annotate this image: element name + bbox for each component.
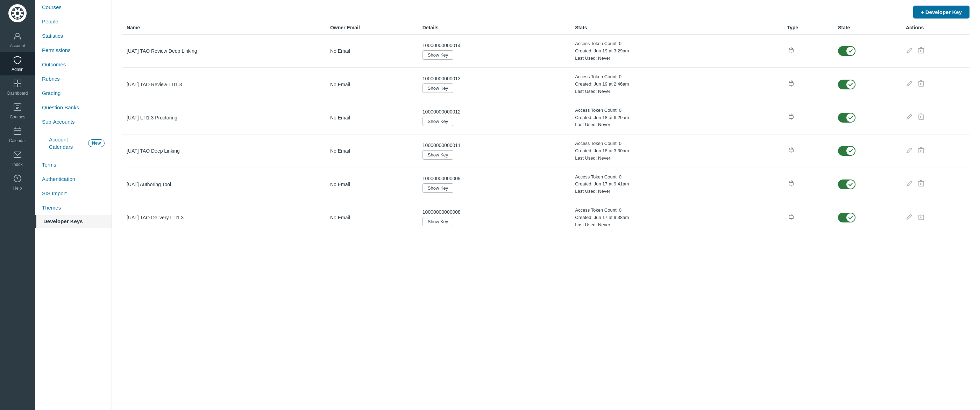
svg-rect-41 — [919, 82, 924, 86]
show-key-button-4[interactable]: Show Key — [423, 184, 453, 193]
key-id-1: 10000000000013 — [423, 76, 566, 81]
cell-name-3: [UAT] TAO Deep Linking — [123, 135, 326, 168]
state-toggle-0[interactable] — [838, 46, 856, 56]
dashboard-icon — [13, 79, 22, 89]
admin-label: Admin — [11, 67, 24, 72]
sidebar-link-terms[interactable]: Terms — [35, 158, 111, 172]
edit-icon-2[interactable] — [906, 113, 913, 122]
cell-details-3: 10000000000011 Show Key — [418, 135, 571, 168]
edit-icon-4[interactable] — [906, 180, 913, 188]
sidebar-link-sub-accounts[interactable]: Sub-Accounts — [35, 114, 111, 129]
toggle-knob-0 — [846, 47, 855, 55]
delete-icon-0[interactable] — [918, 47, 925, 55]
key-id-0: 10000000000014 — [423, 43, 566, 48]
cell-state-4 — [834, 168, 902, 201]
svg-point-2 — [16, 8, 19, 10]
svg-rect-12 — [18, 80, 21, 83]
edit-icon-1[interactable] — [906, 80, 913, 89]
sidebar-link-outcomes[interactable]: Outcomes — [35, 57, 111, 71]
cell-type-4 — [783, 168, 834, 201]
delete-icon-4[interactable] — [918, 180, 925, 188]
cell-stats-2: Access Token Count: 0Created: Jun 18 at … — [571, 101, 783, 134]
sidebar-item-help[interactable]: ? Help — [0, 171, 35, 194]
sidebar-link-grading[interactable]: Grading — [35, 86, 111, 100]
sidebar-link-themes[interactable]: Themes — [35, 201, 111, 215]
svg-rect-47 — [789, 116, 793, 119]
state-toggle-1[interactable] — [838, 80, 856, 89]
edit-icon-3[interactable] — [906, 147, 913, 155]
svg-point-9 — [13, 15, 15, 17]
sidebar-link-people[interactable]: People — [35, 14, 111, 28]
sidebar-link-sis-import[interactable]: SIS Import — [35, 186, 111, 201]
sidebar-active-developer-keys: Developer Keys — [35, 215, 111, 228]
show-key-button-0[interactable]: Show Key — [423, 50, 453, 60]
cell-name-0: [UAT] TAO Review Deep Linking — [123, 34, 326, 68]
state-toggle-5[interactable] — [838, 213, 856, 222]
inbox-label: Inbox — [12, 162, 22, 167]
cell-type-2 — [783, 101, 834, 134]
sidebar-link-account-calendars[interactable]: Account Calendars — [42, 132, 85, 154]
toggle-knob-1 — [846, 80, 855, 89]
actions-container-2 — [906, 113, 965, 122]
add-developer-key-button[interactable]: + Developer Key — [913, 6, 969, 19]
cell-actions-4 — [902, 168, 969, 201]
delete-icon-3[interactable] — [918, 147, 925, 155]
cell-email-5: No Email — [326, 201, 418, 234]
show-key-button-2[interactable]: Show Key — [423, 117, 453, 126]
sidebar-item-admin[interactable]: Admin — [0, 52, 35, 76]
sidebar-item-dashboard[interactable]: Dashboard — [0, 76, 35, 99]
cell-email-0: No Email — [326, 34, 418, 68]
svg-rect-77 — [789, 216, 793, 218]
svg-point-6 — [13, 9, 15, 11]
plug-icon-3 — [787, 148, 795, 155]
cell-email-2: No Email — [326, 101, 418, 134]
developer-keys-table: Name Owner Email Details Stats Type Stat… — [123, 21, 969, 234]
dark-sidebar: Account Admin Dashboard — [0, 0, 35, 410]
plug-icon-2 — [787, 114, 795, 122]
sidebar-link-statistics[interactable]: Statistics — [35, 28, 111, 43]
cell-actions-1 — [902, 68, 969, 101]
col-header-name: Name — [123, 21, 326, 34]
sidebar-link-permissions[interactable]: Permissions — [35, 43, 111, 57]
sidebar-link-courses[interactable]: Courses — [35, 0, 111, 14]
admin-icon — [13, 55, 22, 66]
sidebar-item-account[interactable]: Account — [0, 28, 35, 52]
sidebar-item-calendar[interactable]: Calendar — [0, 123, 35, 147]
edit-icon-0[interactable] — [906, 47, 913, 55]
show-key-button-1[interactable]: Show Key — [423, 84, 453, 93]
actions-container-5 — [906, 214, 965, 222]
show-key-button-3[interactable]: Show Key — [423, 150, 453, 160]
cell-stats-0: Access Token Count: 0Created: Jun 19 at … — [571, 34, 783, 68]
delete-icon-1[interactable] — [918, 80, 925, 89]
delete-icon-5[interactable] — [918, 214, 925, 222]
col-header-details: Details — [418, 21, 571, 34]
actions-container-3 — [906, 147, 965, 155]
sidebar-link-question-banks[interactable]: Question Banks — [35, 100, 111, 114]
svg-rect-31 — [919, 49, 924, 53]
toggle-knob-4 — [846, 180, 855, 188]
sidebar-link-authentication[interactable]: Authentication — [35, 172, 111, 186]
svg-point-3 — [16, 17, 19, 19]
svg-point-5 — [21, 12, 23, 14]
svg-rect-13 — [14, 84, 17, 87]
state-toggle-2[interactable] — [838, 113, 856, 123]
svg-rect-71 — [919, 182, 924, 186]
delete-icon-2[interactable] — [918, 113, 925, 122]
toggle-knob-5 — [846, 214, 855, 222]
state-toggle-3[interactable] — [838, 146, 856, 156]
svg-rect-51 — [919, 115, 924, 119]
cell-type-0 — [783, 34, 834, 68]
stats-text-4: Access Token Count: 0Created: Jun 17 at … — [575, 174, 778, 195]
cell-stats-5: Access Token Count: 0Created: Jun 17 at … — [571, 201, 783, 234]
stats-text-5: Access Token Count: 0Created: Jun 17 at … — [575, 207, 778, 228]
state-toggle-4[interactable] — [838, 179, 856, 189]
svg-rect-37 — [789, 82, 793, 85]
sidebar-item-account-calendars[interactable]: Account Calendars New — [35, 129, 111, 158]
sidebar-item-inbox[interactable]: Inbox — [0, 147, 35, 171]
sidebar-item-courses[interactable]: Courses — [0, 99, 35, 123]
svg-rect-19 — [14, 128, 21, 135]
show-key-button-5[interactable]: Show Key — [423, 217, 453, 226]
plug-icon-4 — [787, 181, 795, 188]
sidebar-link-rubrics[interactable]: Rubrics — [35, 71, 111, 86]
edit-icon-5[interactable] — [906, 214, 913, 222]
